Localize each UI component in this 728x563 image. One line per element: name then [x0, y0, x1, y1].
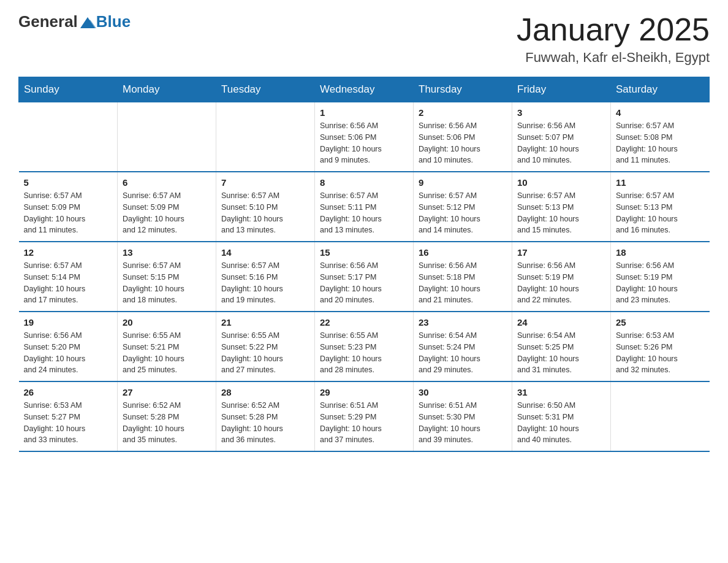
week-row-4: 19Sunrise: 6:56 AM Sunset: 5:20 PM Dayli… — [19, 312, 710, 381]
day-number: 23 — [419, 317, 507, 327]
day-number: 12 — [24, 247, 113, 258]
day-info: Sunrise: 6:56 AM Sunset: 5:07 PM Dayligh… — [517, 120, 605, 166]
page-header: General Blue January 2025 Fuwwah, Kafr e… — [18, 12, 710, 66]
day-info: Sunrise: 6:56 AM Sunset: 5:20 PM Dayligh… — [24, 330, 113, 376]
calendar-cell: 3Sunrise: 6:56 AM Sunset: 5:07 PM Daylig… — [512, 102, 611, 172]
calendar-cell — [611, 381, 710, 451]
calendar-cell: 20Sunrise: 6:55 AM Sunset: 5:21 PM Dayli… — [118, 312, 216, 381]
calendar-cell: 9Sunrise: 6:57 AM Sunset: 5:12 PM Daylig… — [414, 172, 512, 242]
day-info: Sunrise: 6:51 AM Sunset: 5:29 PM Dayligh… — [320, 400, 408, 446]
day-info: Sunrise: 6:56 AM Sunset: 5:19 PM Dayligh… — [517, 260, 605, 306]
calendar-cell: 19Sunrise: 6:56 AM Sunset: 5:20 PM Dayli… — [19, 312, 118, 381]
week-row-2: 5Sunrise: 6:57 AM Sunset: 5:09 PM Daylig… — [19, 172, 710, 242]
day-number: 13 — [123, 247, 211, 258]
day-info: Sunrise: 6:55 AM Sunset: 5:23 PM Dayligh… — [320, 330, 408, 376]
day-info: Sunrise: 6:51 AM Sunset: 5:30 PM Dayligh… — [419, 400, 507, 446]
week-row-5: 26Sunrise: 6:53 AM Sunset: 5:27 PM Dayli… — [19, 381, 710, 451]
calendar-cell: 21Sunrise: 6:55 AM Sunset: 5:22 PM Dayli… — [216, 312, 315, 381]
calendar-cell: 28Sunrise: 6:52 AM Sunset: 5:28 PM Dayli… — [216, 381, 315, 451]
day-number: 14 — [221, 247, 309, 258]
day-info: Sunrise: 6:56 AM Sunset: 5:17 PM Dayligh… — [320, 260, 408, 306]
calendar-cell: 10Sunrise: 6:57 AM Sunset: 5:13 PM Dayli… — [512, 172, 611, 242]
day-info: Sunrise: 6:57 AM Sunset: 5:10 PM Dayligh… — [221, 190, 309, 236]
day-info: Sunrise: 6:57 AM Sunset: 5:12 PM Dayligh… — [419, 190, 507, 236]
day-info: Sunrise: 6:57 AM Sunset: 5:08 PM Dayligh… — [616, 120, 705, 166]
day-number: 31 — [517, 387, 605, 397]
day-info: Sunrise: 6:54 AM Sunset: 5:24 PM Dayligh… — [419, 330, 507, 376]
calendar-cell: 4Sunrise: 6:57 AM Sunset: 5:08 PM Daylig… — [611, 102, 710, 172]
day-number: 19 — [24, 317, 113, 327]
header-friday: Friday — [512, 77, 611, 102]
calendar-table: SundayMondayTuesdayWednesdayThursdayFrid… — [18, 77, 710, 452]
day-number: 20 — [123, 317, 211, 327]
day-number: 25 — [616, 317, 705, 327]
day-info: Sunrise: 6:57 AM Sunset: 5:13 PM Dayligh… — [517, 190, 605, 236]
day-number: 9 — [419, 177, 507, 188]
calendar-cell: 25Sunrise: 6:53 AM Sunset: 5:26 PM Dayli… — [611, 312, 710, 381]
calendar-cell: 13Sunrise: 6:57 AM Sunset: 5:15 PM Dayli… — [118, 242, 216, 312]
day-info: Sunrise: 6:57 AM Sunset: 5:11 PM Dayligh… — [320, 190, 408, 236]
header-monday: Monday — [118, 77, 216, 102]
day-number: 30 — [419, 387, 507, 397]
calendar-cell: 16Sunrise: 6:56 AM Sunset: 5:18 PM Dayli… — [414, 242, 512, 312]
day-info: Sunrise: 6:55 AM Sunset: 5:21 PM Dayligh… — [123, 330, 211, 376]
day-number: 3 — [517, 107, 605, 118]
day-info: Sunrise: 6:53 AM Sunset: 5:27 PM Dayligh… — [24, 400, 113, 446]
day-info: Sunrise: 6:52 AM Sunset: 5:28 PM Dayligh… — [221, 400, 309, 446]
calendar-cell: 18Sunrise: 6:56 AM Sunset: 5:19 PM Dayli… — [611, 242, 710, 312]
calendar-cell: 26Sunrise: 6:53 AM Sunset: 5:27 PM Dayli… — [19, 381, 118, 451]
header-thursday: Thursday — [414, 77, 512, 102]
day-number: 4 — [616, 107, 705, 118]
calendar-cell: 2Sunrise: 6:56 AM Sunset: 5:06 PM Daylig… — [414, 102, 512, 172]
week-row-1: 1Sunrise: 6:56 AM Sunset: 5:06 PM Daylig… — [19, 102, 710, 172]
day-number: 24 — [517, 317, 605, 327]
day-info: Sunrise: 6:54 AM Sunset: 5:25 PM Dayligh… — [517, 330, 605, 376]
day-number: 8 — [320, 177, 408, 188]
calendar-cell: 14Sunrise: 6:57 AM Sunset: 5:16 PM Dayli… — [216, 242, 315, 312]
day-info: Sunrise: 6:56 AM Sunset: 5:06 PM Dayligh… — [320, 120, 408, 166]
logo-text-blue: Blue — [96, 12, 131, 31]
header-wednesday: Wednesday — [315, 77, 414, 102]
calendar-cell: 8Sunrise: 6:57 AM Sunset: 5:11 PM Daylig… — [315, 172, 414, 242]
day-number: 11 — [616, 177, 705, 188]
day-info: Sunrise: 6:57 AM Sunset: 5:14 PM Dayligh… — [24, 260, 113, 306]
day-number: 10 — [517, 177, 605, 188]
calendar-cell: 5Sunrise: 6:57 AM Sunset: 5:09 PM Daylig… — [19, 172, 118, 242]
day-number: 29 — [320, 387, 408, 397]
logo: General Blue — [18, 12, 131, 31]
day-info: Sunrise: 6:53 AM Sunset: 5:26 PM Dayligh… — [616, 330, 705, 376]
day-number: 21 — [221, 317, 309, 327]
day-info: Sunrise: 6:55 AM Sunset: 5:22 PM Dayligh… — [221, 330, 309, 376]
calendar-cell: 17Sunrise: 6:56 AM Sunset: 5:19 PM Dayli… — [512, 242, 611, 312]
day-info: Sunrise: 6:56 AM Sunset: 5:18 PM Dayligh… — [419, 260, 507, 306]
day-info: Sunrise: 6:56 AM Sunset: 5:06 PM Dayligh… — [419, 120, 507, 166]
calendar-title: January 2025 — [517, 12, 710, 47]
day-number: 16 — [419, 247, 507, 258]
day-info: Sunrise: 6:57 AM Sunset: 5:13 PM Dayligh… — [616, 190, 705, 236]
calendar-cell: 29Sunrise: 6:51 AM Sunset: 5:29 PM Dayli… — [315, 381, 414, 451]
calendar-cell: 11Sunrise: 6:57 AM Sunset: 5:13 PM Dayli… — [611, 172, 710, 242]
day-number: 18 — [616, 247, 705, 258]
day-info: Sunrise: 6:57 AM Sunset: 5:09 PM Dayligh… — [123, 190, 211, 236]
day-number: 5 — [24, 177, 113, 188]
calendar-cell: 23Sunrise: 6:54 AM Sunset: 5:24 PM Dayli… — [414, 312, 512, 381]
day-number: 26 — [24, 387, 113, 397]
day-number: 1 — [320, 107, 408, 118]
calendar-cell: 31Sunrise: 6:50 AM Sunset: 5:31 PM Dayli… — [512, 381, 611, 451]
day-info: Sunrise: 6:50 AM Sunset: 5:31 PM Dayligh… — [517, 400, 605, 446]
day-info: Sunrise: 6:57 AM Sunset: 5:15 PM Dayligh… — [123, 260, 211, 306]
calendar-cell: 22Sunrise: 6:55 AM Sunset: 5:23 PM Dayli… — [315, 312, 414, 381]
logo-icon — [79, 13, 96, 31]
calendar-cell — [216, 102, 315, 172]
day-number: 7 — [221, 177, 309, 188]
day-info: Sunrise: 6:52 AM Sunset: 5:28 PM Dayligh… — [123, 400, 211, 446]
calendar-cell — [118, 102, 216, 172]
day-info: Sunrise: 6:57 AM Sunset: 5:09 PM Dayligh… — [24, 190, 113, 236]
week-row-3: 12Sunrise: 6:57 AM Sunset: 5:14 PM Dayli… — [19, 242, 710, 312]
day-number: 28 — [221, 387, 309, 397]
day-number: 2 — [419, 107, 507, 118]
header-saturday: Saturday — [611, 77, 710, 102]
calendar-cell: 6Sunrise: 6:57 AM Sunset: 5:09 PM Daylig… — [118, 172, 216, 242]
day-number: 27 — [123, 387, 211, 397]
header-sunday: Sunday — [19, 77, 118, 102]
